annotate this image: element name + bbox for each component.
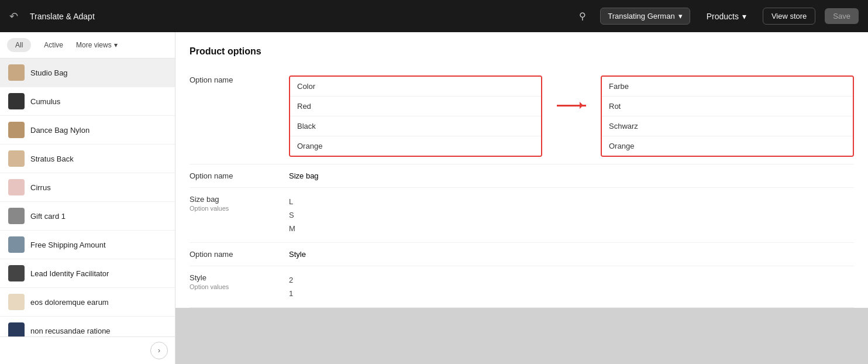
filter-active-button[interactable]: Active: [36, 38, 71, 52]
translate-language-button[interactable]: Translating German ▾: [600, 8, 690, 25]
style-values-source: 2 1: [289, 273, 554, 300]
translate-label: Translating German: [608, 12, 674, 20]
sidebar-item-label-free-shipping-amount: Free Shipping Amount: [30, 241, 106, 249]
size-option-name-label: Option name: [190, 171, 289, 180]
style-values-label: Style Option values: [190, 273, 289, 290]
product-icon-stratus-back: [8, 150, 25, 167]
sidebar-item-non-recusandae[interactable]: non recusandae ratione: [0, 317, 175, 336]
option-name-target: Farbe Rot Schwarz Orange: [589, 75, 854, 157]
sidebar-item-label-stratus-back: Stratus Back: [30, 154, 74, 163]
products-menu-button[interactable]: Products ▾: [700, 8, 753, 25]
sidebar-item-lead-identity[interactable]: Lead Identity Facilitator: [0, 259, 175, 288]
sidebar-item-studio-bag[interactable]: Studio Bag: [0, 59, 175, 87]
chevron-down-icon: ▾: [678, 12, 683, 20]
sidebar-filter-bar: All Active More views ▾: [0, 32, 175, 59]
style-option-source: Style: [289, 250, 554, 259]
source-color-header: Color: [290, 77, 541, 97]
product-icon-gift-card-1: [8, 208, 25, 224]
target-color-box: Farbe Rot Schwarz Orange: [601, 75, 854, 157]
view-store-button[interactable]: View store: [763, 8, 815, 25]
sidebar-item-label-cirrus: Cirrus: [30, 183, 51, 192]
sidebar-item-label-eos: eos doloremque earum: [30, 298, 109, 307]
save-button[interactable]: Save: [825, 8, 859, 24]
option-name-row: Option name Color Red Black Orange: [190, 68, 854, 164]
chevron-down-icon: ▾: [742, 12, 746, 21]
sidebar-item-stratus-back[interactable]: Stratus Back: [0, 145, 175, 173]
filter-all-button[interactable]: All: [7, 38, 31, 52]
product-icon-eos: [8, 294, 25, 310]
app-title: Translate & Adapt: [30, 12, 95, 21]
sidebar-item-free-shipping-amount[interactable]: Free Shipping Amount: [0, 231, 175, 259]
sidebar-item-gift-card-1[interactable]: Gift card 1: [0, 202, 175, 231]
sidebar-item-cirrus[interactable]: Cirrus: [0, 173, 175, 202]
target-color-rot: Rot: [602, 97, 853, 116]
style-values-row: Style Option values 2 1: [190, 266, 854, 308]
main-layout: All Active More views ▾ Studio BagCumulu…: [0, 32, 868, 364]
target-color-orange: Orange: [602, 136, 853, 156]
product-icon-free-shipping-amount: [8, 236, 25, 253]
back-button[interactable]: ↶: [9, 10, 18, 23]
product-icon-dance-bag-nylon: [8, 122, 25, 138]
chevron-down-icon: ▾: [114, 41, 118, 49]
source-color-black: Black: [290, 116, 541, 136]
sidebar-item-label-dance-bag-nylon: Dance Bag Nylon: [30, 126, 89, 135]
sidebar-item-label-lead-identity: Lead Identity Facilitator: [30, 269, 109, 278]
search-icon[interactable]: ⚲: [579, 11, 586, 22]
product-options-title: Product options: [190, 46, 854, 57]
target-color-header: Farbe: [602, 77, 853, 97]
style-option-name-row: Option name Style: [190, 243, 854, 266]
filter-more-views-button[interactable]: More views ▾: [76, 41, 118, 49]
sidebar-item-label-non-recusandae: non recusandae ratione: [30, 327, 111, 335]
top-navigation: ↶ Translate & Adapt ⚲ Translating German…: [0, 0, 868, 32]
size-values-label: Size bag Option values: [190, 195, 289, 212]
option-name-source: Color Red Black Orange: [289, 75, 554, 157]
sidebar-item-dance-bag-nylon[interactable]: Dance Bag Nylon: [0, 116, 175, 145]
option-name-col-label: Option name: [190, 75, 289, 84]
product-icon-cirrus: [8, 179, 25, 195]
product-icon-studio-bag: [8, 64, 25, 81]
sidebar-pagination: ›: [0, 336, 175, 364]
style-option-name-label: Option name: [190, 250, 289, 259]
source-color-red: Red: [290, 97, 541, 116]
arrow-line-icon: [557, 105, 586, 107]
content-area: URL handle studio-bag studio-bag Product…: [175, 32, 868, 364]
translation-arrow: [554, 75, 589, 107]
sidebar-item-eos[interactable]: eos doloremque earum: [0, 288, 175, 317]
sidebar-next-button[interactable]: ›: [150, 342, 168, 359]
size-values-source: L S M: [289, 195, 554, 235]
product-icon-lead-identity: [8, 265, 25, 281]
sidebar-product-list: Studio BagCumulusDance Bag NylonStratus …: [0, 59, 175, 336]
product-options-panel: Product options Option name Color Red Bl…: [175, 32, 868, 308]
sidebar-item-label-cumulus: Cumulus: [30, 97, 60, 106]
source-color-box: Color Red Black Orange: [289, 75, 542, 157]
product-icon-cumulus: [8, 93, 25, 109]
products-label: Products: [707, 12, 739, 21]
sidebar-item-label-gift-card-1: Gift card 1: [30, 212, 66, 221]
target-color-schwarz: Schwarz: [602, 116, 853, 136]
size-option-source: Size bag: [289, 171, 554, 180]
product-icon-non-recusandae: [8, 322, 25, 336]
sidebar: All Active More views ▾ Studio BagCumulu…: [0, 32, 175, 364]
sidebar-item-label-studio-bag: Studio Bag: [30, 68, 68, 77]
size-bag-option-name-row: Option name Size bag: [190, 164, 854, 188]
sidebar-item-cumulus[interactable]: Cumulus: [0, 87, 175, 116]
source-color-orange: Orange: [290, 136, 541, 156]
options-table: Option name Color Red Black Orange: [190, 68, 854, 308]
size-bag-values-row: Size bag Option values L S M: [190, 188, 854, 243]
